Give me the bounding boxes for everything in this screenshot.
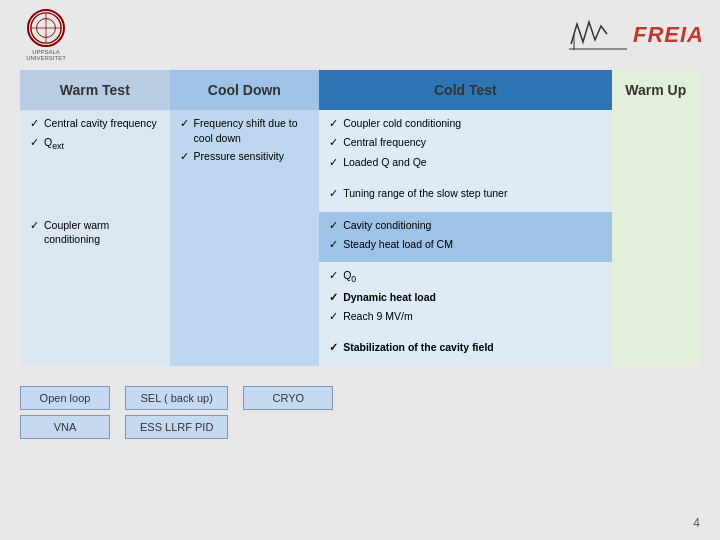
list-item: ✓ Coupler warm conditioning [30, 218, 160, 247]
list-item: ✓ Stabilization of the cavity field [329, 340, 601, 355]
header-row: Warm Test Cool Down Cold Test Warm Up [20, 70, 700, 110]
middle-buttons: SEL ( back up) ESS LLRF PID [125, 386, 228, 439]
checkmark-icon: ✓ [329, 290, 338, 305]
warm-up-cell [612, 110, 700, 366]
checkmark-icon: ✓ [329, 309, 338, 324]
checkmark-icon: ✓ [329, 237, 338, 252]
list-item: ✓ Central frequency [329, 135, 601, 150]
checkmark-icon: ✓ [30, 135, 39, 150]
list-item: ✓ Steady heat load of CM [329, 237, 601, 252]
warm-test-top-cell: ✓ Central cavity frequency ✓ Qext [20, 110, 170, 212]
list-item: ✓ Loaded Q and Qe [329, 155, 601, 170]
item-label: Qext [44, 135, 64, 152]
item-label: Dynamic heat load [343, 290, 436, 305]
item-label: Pressure sensitivity [194, 149, 284, 164]
freia-title: FREIA [633, 22, 704, 48]
vna-button[interactable]: VNA [20, 415, 110, 439]
cold-test-group5-cell: ✓ Stabilization of the cavity field [319, 334, 611, 365]
cold-test-group3-cell: ✓ Cavity conditioning ✓ Steady heat load… [319, 212, 611, 263]
table-row-5: ✓ Stabilization of the cavity field [20, 334, 700, 365]
col-header-warm-test: Warm Test [20, 70, 170, 110]
col-header-warm-up: Warm Up [612, 70, 700, 110]
list-item: ✓ Tuning range of the slow step tuner [329, 186, 601, 201]
page-number: 4 [693, 516, 700, 530]
item-label: Coupler cold conditioning [343, 116, 461, 131]
cold-test-group1-cell: ✓ Coupler cold conditioning ✓ Central fr… [319, 110, 611, 180]
list-item: ✓ Reach 9 MV/m [329, 309, 601, 324]
freia-wave-icon [569, 14, 629, 56]
checkmark-icon: ✓ [329, 218, 338, 233]
checkmark-icon: ✓ [30, 218, 39, 233]
checkmark-icon: ✓ [329, 340, 338, 355]
checkmark-icon: ✓ [329, 186, 338, 201]
main-content: Warm Test Cool Down Cold Test Warm Up ✓ … [0, 70, 720, 376]
cold-test-group4-cell: ✓ Q0 ✓ Dynamic heat load ✓ Reach 9 MV/m [319, 262, 611, 334]
item-label: Steady heat load of CM [343, 237, 453, 252]
item-label: Cavity conditioning [343, 218, 431, 233]
open-loop-button[interactable]: Open loop [20, 386, 110, 410]
item-label: Reach 9 MV/m [343, 309, 412, 324]
checkmark-icon: ✓ [180, 149, 189, 164]
checkmark-icon: ✓ [180, 116, 189, 131]
list-item: ✓ Pressure sensitivity [180, 149, 310, 164]
university-logo [27, 9, 65, 47]
item-label: Loaded Q and Qe [343, 155, 426, 170]
header: UPPSALAUNIVERSITET FREIA [0, 0, 720, 70]
university-name: UPPSALAUNIVERSITET [26, 49, 66, 61]
item-label: Q0 [343, 268, 356, 285]
item-label: Coupler warm conditioning [44, 218, 160, 247]
warm-test-empty-cell [20, 262, 170, 334]
list-item: ✓ Q0 [329, 268, 601, 285]
right-buttons: CRYO [243, 386, 333, 410]
item-label: Frequency shift due to cool down [194, 116, 310, 145]
col-header-cold-test: Cold Test [319, 70, 611, 110]
phase-table: Warm Test Cool Down Cold Test Warm Up ✓ … [20, 70, 700, 366]
item-label: Stabilization of the cavity field [343, 340, 494, 355]
checkmark-icon: ✓ [329, 135, 338, 150]
checkmark-icon: ✓ [30, 116, 39, 131]
bottom-row: Open loop VNA SEL ( back up) ESS LLRF PI… [0, 376, 720, 449]
freia-logo: FREIA [569, 14, 704, 56]
cryo-button[interactable]: CRYO [243, 386, 333, 410]
item-label: Central cavity frequency [44, 116, 157, 131]
table-row-3: ✓ Coupler warm conditioning ✓ Cavity con… [20, 212, 700, 263]
warm-test-empty-cell-2 [20, 334, 170, 365]
logo-left: UPPSALAUNIVERSITET [16, 10, 76, 60]
checkmark-icon: ✓ [329, 155, 338, 170]
list-item: ✓ Cavity conditioning [329, 218, 601, 233]
table-row-4: ✓ Q0 ✓ Dynamic heat load ✓ Reach 9 MV/m [20, 262, 700, 334]
col-header-cool-down: Cool Down [170, 70, 320, 110]
item-label: Tuning range of the slow step tuner [343, 186, 507, 201]
ess-llrf-pid-button[interactable]: ESS LLRF PID [125, 415, 228, 439]
list-item: ✓ Central cavity frequency [30, 116, 160, 131]
cool-down-cell: ✓ Frequency shift due to cool down ✓ Pre… [170, 110, 320, 366]
checkmark-icon: ✓ [329, 116, 338, 131]
warm-test-coupler-cell: ✓ Coupler warm conditioning [20, 212, 170, 263]
list-item: ✓ Coupler cold conditioning [329, 116, 601, 131]
item-label: Central frequency [343, 135, 426, 150]
list-item: ✓ Dynamic heat load [329, 290, 601, 305]
cold-test-group2-cell: ✓ Tuning range of the slow step tuner [319, 180, 611, 211]
checkmark-icon: ✓ [329, 268, 338, 283]
list-item: ✓ Frequency shift due to cool down [180, 116, 310, 145]
left-buttons: Open loop VNA [20, 386, 110, 439]
list-item: ✓ Qext [30, 135, 160, 152]
sel-backup-button[interactable]: SEL ( back up) [125, 386, 228, 410]
table-row-1: ✓ Central cavity frequency ✓ Qext ✓ Freq… [20, 110, 700, 180]
